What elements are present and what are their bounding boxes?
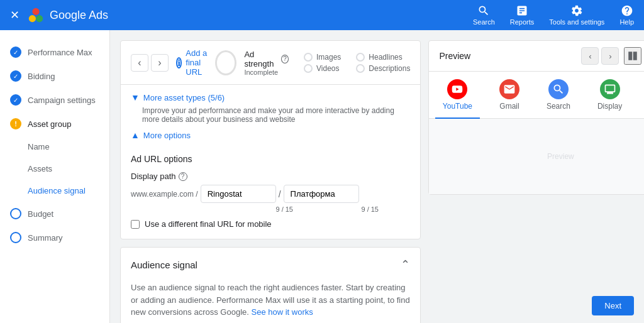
path1-input[interactable] <box>201 185 276 203</box>
slash-separator: / <box>279 189 281 199</box>
sidebar-label-budget: Budget <box>28 209 53 219</box>
top-nav: ✕ Google Ads Search Reports Tools and se… <box>0 0 644 30</box>
filled-dot-icon <box>10 70 21 82</box>
add-final-url-btn[interactable]: ℹ Add a final URL <box>176 48 208 77</box>
preview-nav: ‹ › <box>581 47 619 65</box>
sidebar-item-name[interactable]: Name <box>0 136 109 158</box>
more-assets-toggle[interactable]: ▼ More asset types (5/6) <box>131 92 410 102</box>
sidebar-item-performance-max[interactable]: Performance Max <box>0 40 109 64</box>
ad-url-section: Ad URL options Display path ? www.exampl… <box>121 154 420 239</box>
ad-strength-info-icon[interactable]: ? <box>281 55 289 63</box>
sidebar-item-summary[interactable]: Summary <box>0 226 109 249</box>
sidebar: Performance Max Bidding Campaign setting… <box>0 30 110 323</box>
audience-signal-header[interactable]: Audience signal ⌃ <box>121 248 420 282</box>
ad-strength-label: Ad strength <box>244 50 279 68</box>
radio-icon <box>356 64 365 73</box>
next-arrow-btn[interactable] <box>151 54 169 72</box>
sidebar-item-bidding[interactable]: Bidding <box>0 64 109 88</box>
youtube-icon <box>447 79 467 99</box>
reports-nav-btn[interactable]: Reports <box>510 4 535 26</box>
help-nav-btn[interactable]: Help <box>619 4 634 26</box>
right-panel: Preview ‹ › <box>428 40 644 323</box>
tab-discover[interactable]: Discover <box>641 77 644 113</box>
gmail-icon <box>499 79 519 99</box>
chevron-up-icon: ▲ <box>131 130 140 140</box>
tools-nav-label: Tools and settings <box>549 18 604 26</box>
descriptions-option: Descriptions <box>356 64 410 73</box>
help-nav-label: Help <box>619 18 634 26</box>
mobile-url-checkbox[interactable] <box>131 220 140 229</box>
images-label: Images <box>316 53 341 62</box>
more-options-label: More options <box>143 131 191 140</box>
split-view-btn[interactable] <box>624 47 641 65</box>
sidebar-item-budget[interactable]: Budget <box>0 202 109 226</box>
chevron-right-icon <box>158 57 161 68</box>
display-path-row: www.example.com / / <box>131 185 410 203</box>
sidebar-item-audience-signal[interactable]: Audience signal <box>0 180 109 202</box>
path1-char-count: 9 / 15 <box>218 205 293 213</box>
preview-prev-btn[interactable]: ‹ <box>581 47 599 65</box>
chevron-down-icon: ▼ <box>131 92 140 102</box>
strength-circle <box>215 50 236 75</box>
strength-options-2: Headlines Descriptions <box>356 53 410 73</box>
sidebar-item-asset-group[interactable]: Asset group <box>0 112 109 136</box>
app-title: Google Ads <box>50 9 108 22</box>
display-tab-icon <box>600 79 620 99</box>
card-top-bar: ℹ Add a final URL Ad strength ? Incomple… <box>121 41 420 85</box>
svg-point-1 <box>36 15 43 22</box>
preview-next-btn[interactable]: › <box>601 47 619 65</box>
bottom-bar: Next <box>582 288 644 323</box>
tools-nav-btn[interactable]: Tools and settings <box>549 4 604 26</box>
tab-gmail[interactable]: Gmail <box>492 77 527 113</box>
url-base: www.example.com / <box>131 190 198 199</box>
audience-desc: Use an audience signal to reach the righ… <box>131 282 410 319</box>
see-how-link[interactable]: See how it works <box>252 307 313 317</box>
preview-placeholder: Preview <box>547 152 574 161</box>
search-nav-btn[interactable]: Search <box>473 4 495 26</box>
left-panel: ℹ Add a final URL Ad strength ? Incomple… <box>120 40 421 323</box>
path2-char-count: 9 / 15 <box>303 205 379 213</box>
sidebar-label-performance-max: Performance Max <box>28 48 92 57</box>
sidebar-item-campaign-settings[interactable]: Campaign settings <box>0 88 109 112</box>
preview-content: Preview <box>429 119 644 194</box>
display-path-info-icon[interactable]: ? <box>179 172 187 181</box>
sidebar-item-assets[interactable]: Assets <box>0 158 109 180</box>
tab-display-label: Display <box>597 102 622 111</box>
search-tab-icon <box>548 79 569 99</box>
radio-icon <box>304 64 313 73</box>
radio-icon <box>304 53 313 62</box>
path2-input[interactable] <box>284 185 359 203</box>
tab-display[interactable]: Display <box>590 77 630 113</box>
empty-dot-icon <box>10 208 21 219</box>
main-layout: Performance Max Bidding Campaign setting… <box>0 30 644 323</box>
collapse-icon: ⌃ <box>401 258 410 271</box>
sidebar-label-bidding: Bidding <box>28 72 55 81</box>
sidebar-label-name: Name <box>28 142 50 151</box>
tab-search[interactable]: Search <box>539 77 578 113</box>
tab-youtube[interactable]: YouTube <box>435 77 480 113</box>
more-assets-label: More asset types (5/6) <box>143 93 225 102</box>
main-content: ℹ Add a final URL Ad strength ? Incomple… <box>110 30 644 323</box>
prev-arrow-btn[interactable] <box>131 54 148 72</box>
sidebar-label-assets: Assets <box>28 164 52 173</box>
close-icon[interactable]: ✕ <box>10 8 19 22</box>
mobile-url-row: Use a different final URL for mobile <box>131 219 410 229</box>
content-area: ℹ Add a final URL Ad strength ? Incomple… <box>120 40 634 323</box>
filled-dot-icon <box>10 47 21 58</box>
tab-search-label: Search <box>547 102 570 111</box>
more-options-toggle[interactable]: ▲ More options <box>131 130 410 140</box>
next-button[interactable]: Next <box>592 296 634 315</box>
add-url-label: Add a final URL <box>186 48 208 77</box>
sidebar-label-audience-signal: Audience signal <box>28 186 86 195</box>
main-card: ℹ Add a final URL Ad strength ? Incomple… <box>120 40 421 239</box>
info-circle-icon: ℹ <box>176 57 182 68</box>
headlines-label: Headlines <box>369 53 402 62</box>
ad-url-title: Ad URL options <box>131 154 410 164</box>
preview-title: Preview <box>439 51 576 61</box>
preview-view-btns <box>624 47 644 65</box>
char-count-row: 9 / 15 9 / 15 <box>218 205 410 213</box>
strength-options: Images Videos <box>304 53 341 73</box>
audience-signal-title: Audience signal <box>131 260 401 270</box>
headlines-option: Headlines <box>356 53 410 62</box>
radio-icon <box>356 53 365 62</box>
